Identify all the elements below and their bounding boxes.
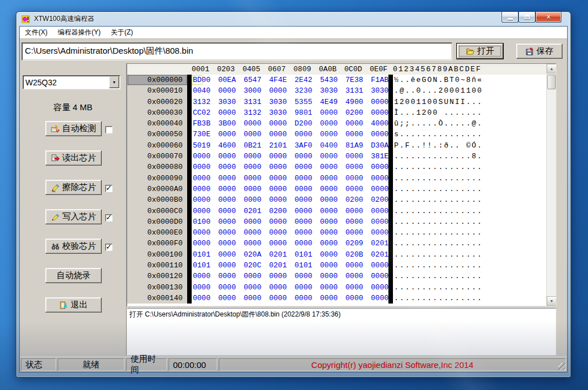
title-bar[interactable]: XTW100高速编程器 <box>16 12 570 26</box>
hex-row-bytes[interactable]: 0000 0000 0000 0000 0000 0000 0000 0000 <box>192 227 388 238</box>
erase-chip-row: 擦除芯片 <box>20 180 126 195</box>
left-panel: W25Q32 ▼ 容量 4 MB 自动检测 <box>20 63 127 356</box>
maximize-button[interactable] <box>518 12 535 23</box>
hex-row[interactable]: 0x000070 0000 0000 0000 0000 0000 0000 0… <box>127 151 546 162</box>
scroll-up-arrow-icon[interactable]: ▲ <box>547 64 556 73</box>
hex-row-bytes[interactable]: 0000 0000 0000 0000 0000 0000 0000 0000 <box>192 293 388 304</box>
maximize-icon <box>525 15 530 19</box>
hex-row-bytes[interactable]: 3132 3030 3131 3030 5355 4E49 4900 0000 <box>192 97 388 107</box>
hex-row-address: 0x000080 <box>127 162 187 172</box>
hex-row-bytes[interactable]: 0100 0000 0000 0000 0000 0000 0000 0000 <box>192 216 388 227</box>
save-button-label: 保存 <box>537 46 554 57</box>
hex-row-bytes[interactable]: 0000 0000 0000 0000 0000 0000 0000 381E <box>192 151 388 162</box>
hex-row-bytes[interactable]: 730E 0000 0000 0000 0000 0000 0000 0000 <box>192 129 388 140</box>
separator-bar <box>187 97 192 107</box>
hex-row[interactable]: 0x000020 3132 3030 3131 3030 5355 4E49 4… <box>127 97 546 107</box>
separator-bar <box>187 151 192 162</box>
hex-row[interactable]: 0x000120 0000 0000 0000 0000 0000 0000 0… <box>127 271 546 281</box>
hex-row[interactable]: 0x0000D0 0100 0000 0000 0000 0000 0000 0… <box>127 216 546 227</box>
window-body: 文件(X) 编程器操作(Y) 关于(Z) 打开 <box>19 26 568 372</box>
erase-chip-button[interactable]: 擦除芯片 <box>45 180 102 195</box>
read-chip-button[interactable]: 读出芯片 <box>45 150 102 166</box>
hex-row-bytes[interactable]: BD00 00EA 6547 4F4E 2E42 5430 7E38 F1AB <box>192 75 388 85</box>
hex-vertical-scrollbar[interactable]: ▲ ▼ <box>546 64 556 306</box>
hex-row-bytes[interactable]: 0000 0000 0000 0000 0000 0000 0000 0000 <box>192 162 388 172</box>
separator-bar <box>187 282 192 293</box>
chevron-down-icon[interactable]: ▼ <box>109 76 119 88</box>
hex-row-bytes[interactable]: 0000 0000 0000 0000 0000 0000 0209 0201 <box>192 238 388 249</box>
hex-row[interactable]: 0x000110 0101 0000 020C 0201 0101 0000 0… <box>127 260 546 271</box>
chip-model-select[interactable]: W25Q32 ▼ <box>23 75 120 89</box>
file-path-input[interactable] <box>21 42 452 60</box>
log-panel[interactable]: 打开 C:\Users\Administrator\Desktop\固件\808… <box>127 308 556 356</box>
exit-button[interactable]: 退出 <box>45 297 102 313</box>
close-button[interactable]: ✕ <box>535 12 561 23</box>
hex-row-bytes[interactable]: 0000 0000 0000 0000 0000 0000 0000 0000 <box>192 271 388 281</box>
scrollbar-thumb[interactable] <box>547 75 556 89</box>
hex-row-ascii: ½..êeGON.BT0~8ñ« <box>393 75 483 85</box>
separator-bar <box>388 129 393 140</box>
read-chip-icon <box>51 154 60 163</box>
menu-about[interactable]: 关于(Z) <box>106 27 138 38</box>
hex-row[interactable]: 0x000030 CC02 0000 3132 3030 9801 0000 0… <box>127 107 546 118</box>
auto-burn-button[interactable]: 自动烧录 <box>45 268 102 283</box>
auto-detect-checkbox[interactable] <box>105 126 113 133</box>
separator-bar <box>388 151 393 162</box>
scroll-down-arrow-icon[interactable]: ▼ <box>547 296 556 306</box>
separator-bar <box>388 97 393 107</box>
menu-programmer-ops[interactable]: 编程器操作(Y) <box>53 27 106 38</box>
minimize-button[interactable] <box>501 12 518 23</box>
separator-bar <box>388 107 393 118</box>
open-button[interactable]: 打开 <box>457 44 503 59</box>
hex-row[interactable]: 0x0000A0 0000 0000 0000 0000 0000 0000 0… <box>127 184 546 194</box>
hex-row-bytes[interactable]: 0000 0000 0000 0000 0000 0000 0000 0000 <box>192 282 388 293</box>
write-chip-row: 写入芯片 <box>20 209 126 224</box>
hex-row-address: 0x000040 <box>127 118 187 129</box>
hex-row[interactable]: 0x000100 0101 0000 020A 0201 0101 0000 0… <box>127 249 546 260</box>
verify-chip-button[interactable]: 校验芯片 <box>45 239 102 254</box>
hex-row-ascii: ................ <box>393 282 483 293</box>
hex-row-bytes[interactable]: 0000 0000 0000 0000 0000 0000 0200 0200 <box>192 194 388 205</box>
hex-row[interactable]: 0x000010 0040 0000 3000 0000 3230 3030 3… <box>127 85 546 96</box>
hex-row-bytes[interactable]: 0040 0000 3000 0000 3230 3030 3131 3030 <box>192 85 388 96</box>
hex-row[interactable]: 0x0000F0 0000 0000 0000 0000 0000 0000 0… <box>127 238 546 249</box>
separator-bar <box>187 194 192 205</box>
hex-row-bytes[interactable]: 5019 4600 0B21 2101 3AF0 0400 81A9 D30A <box>192 140 388 151</box>
hex-row-address: 0x000130 <box>127 282 187 293</box>
hex-row-bytes[interactable]: CC02 0000 3132 3030 9801 0000 0200 0000 <box>192 107 388 118</box>
hex-row-bytes[interactable]: FB3B 3B00 0000 0000 D200 0000 0000 4000 <box>192 118 388 129</box>
separator-bar <box>187 271 192 281</box>
verify-chip-checkbox[interactable] <box>105 244 113 251</box>
hex-viewer[interactable]: 0001 0203 0405 0607 0809 0A0B 0C0D 0E0F … <box>127 63 556 306</box>
hex-row-bytes[interactable]: 0000 0000 0000 0000 0000 0000 0000 0000 <box>192 184 388 194</box>
right-column: 0001 0203 0405 0607 0809 0A0B 0C0D 0E0F … <box>127 63 556 356</box>
hex-row[interactable]: 0x0000C0 0000 0000 0201 0200 0000 0000 0… <box>127 206 546 216</box>
hex-header-address-spacer <box>127 64 187 75</box>
hex-row[interactable]: 0x000090 0000 0000 0000 0000 0000 0000 0… <box>127 173 546 184</box>
hex-row[interactable]: 0x0000E0 0000 0000 0000 0000 0000 0000 0… <box>127 227 546 238</box>
hex-row[interactable]: 0x000080 0000 0000 0000 0000 0000 0000 0… <box>127 162 546 172</box>
write-chip-button[interactable]: 写入芯片 <box>45 209 102 224</box>
auto-detect-button[interactable]: 自动检测 <box>45 121 102 136</box>
hex-row[interactable]: 0x000050 730E 0000 0000 0000 0000 0000 0… <box>127 129 546 140</box>
hex-row[interactable]: 0x000060 5019 4600 0B21 2101 3AF0 0400 8… <box>127 140 546 151</box>
hex-row-bytes[interactable]: 0101 0000 020C 0201 0101 0000 0000 0000 <box>192 260 388 271</box>
erase-chip-checkbox[interactable] <box>105 185 113 192</box>
window-title: XTW100高速编程器 <box>34 14 94 24</box>
resize-grip[interactable] <box>558 363 565 370</box>
minimize-icon <box>508 18 513 20</box>
save-button[interactable]: 保存 <box>516 44 563 59</box>
erase-chip-icon <box>51 183 60 192</box>
write-chip-checkbox[interactable] <box>105 214 113 222</box>
hex-row[interactable]: 0x000140 0000 0000 0000 0000 0000 0000 0… <box>127 293 546 304</box>
hex-row[interactable]: 0x0000B0 0000 0000 0000 0000 0000 0000 0… <box>127 194 546 205</box>
hex-row-bytes[interactable]: 0101 0000 020A 0201 0101 0000 020B 0201 <box>192 249 388 260</box>
hex-row-ascii: ................ <box>393 271 483 281</box>
hex-row[interactable]: 0x000130 0000 0000 0000 0000 0000 0000 0… <box>127 282 546 293</box>
menu-file[interactable]: 文件(X) <box>20 27 53 38</box>
hex-row-bytes[interactable]: 0000 0000 0000 0000 0000 0000 0000 0000 <box>192 173 388 184</box>
hex-row[interactable]: 0x000000 BD00 00EA 6547 4F4E 2E42 5430 7… <box>127 75 546 85</box>
hex-row-bytes[interactable]: 0000 0000 0201 0200 0000 0000 0000 0000 <box>192 206 388 216</box>
hex-row-ascii: ................ <box>393 184 483 194</box>
hex-row[interactable]: 0x000040 FB3B 3B00 0000 0000 D200 0000 0… <box>127 118 546 129</box>
